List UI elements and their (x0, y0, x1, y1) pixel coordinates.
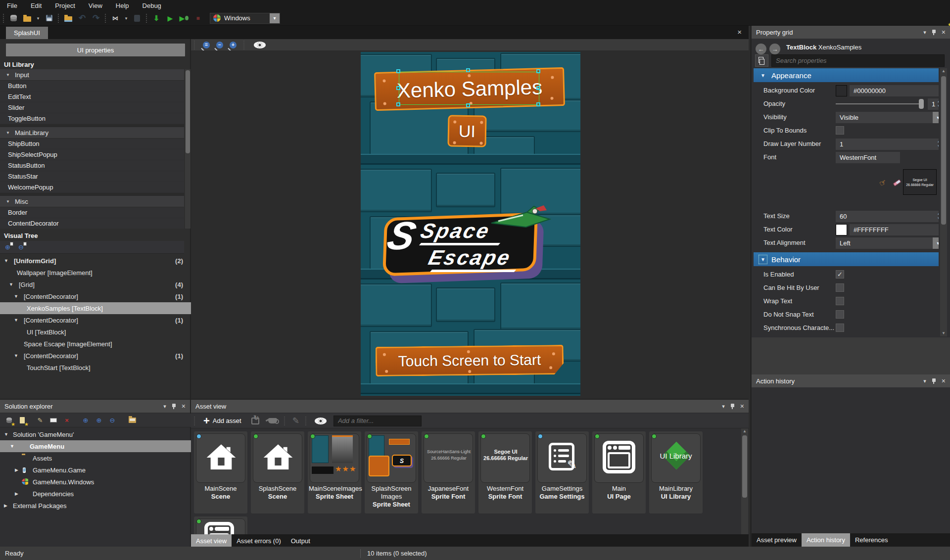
font-field[interactable]: WesternFont (836, 152, 900, 163)
tab-asset-errors[interactable]: Asset errors (0) (232, 534, 286, 548)
platform-select[interactable]: Windows ▾ (210, 13, 280, 24)
library-item[interactable]: StatusStar (0, 171, 184, 182)
panel-menu-icon[interactable]: ▾ (923, 378, 926, 384)
undo-icon[interactable]: ↶ (76, 13, 88, 24)
color-swatch[interactable] (836, 224, 847, 235)
tree-node-ui-textblock[interactable]: UI [TextBlock] (0, 326, 191, 338)
collapse-all-icon[interactable]: ⊖ (108, 416, 117, 425)
connect-device-icon[interactable]: ⋈ (109, 13, 121, 24)
tab-output[interactable]: Output (286, 534, 315, 548)
panel-menu-icon[interactable]: ▾ (923, 29, 926, 36)
library-item[interactable]: Button (0, 81, 184, 92)
pin-icon[interactable] (932, 378, 936, 384)
opacity-slider-thumb[interactable] (919, 99, 924, 109)
zoom-fit-icon[interactable]: = (203, 42, 210, 48)
node-external-packages[interactable]: ▶External Packages (0, 500, 191, 512)
search-properties-input[interactable] (771, 54, 945, 67)
asset-tile-splashscreenimages[interactable]: S SplashScreen ImagesSprite Sheet (365, 431, 418, 513)
library-item[interactable]: StatusButton (0, 160, 184, 171)
tree-node-wallpaper[interactable]: Wallpaper [ImageElement] (0, 267, 191, 279)
new-package-icon[interactable]: ★ (4, 416, 13, 425)
clip-to-bounds-checkbox[interactable] (836, 126, 844, 135)
node-assets[interactable]: Assets (0, 452, 191, 464)
sample-model-icon[interactable] (268, 418, 277, 423)
node-gamemenu-windows[interactable]: GameMenu.Windows (0, 476, 191, 488)
opacity-slider[interactable] (836, 103, 924, 104)
opacity-field[interactable]: 1▲▼ (928, 98, 939, 110)
tab-action-history[interactable]: Action history (802, 533, 850, 547)
close-icon[interactable]: × (942, 28, 946, 36)
asset-tile-splashscene[interactable]: SplashSceneScene (251, 431, 304, 513)
tab-asset-view[interactable]: Asset view (191, 534, 232, 548)
selection-handle[interactable] (536, 86, 540, 90)
text-color-field[interactable]: #FFFFFFFF (850, 224, 939, 235)
nav-back-button[interactable]: ← (756, 44, 766, 54)
open-icon[interactable] (21, 13, 33, 24)
menu-help[interactable]: Help (116, 2, 129, 9)
add-asset-button[interactable]: +Add asset (203, 415, 241, 427)
delete-icon[interactable]: × (62, 416, 71, 425)
expand-tree-icon[interactable]: ⊕ (81, 416, 90, 425)
asset-tile-main-uipage[interactable]: MainUI Page (592, 431, 646, 513)
node-dependencies[interactable]: ▶Dependencies (0, 488, 191, 500)
debug-run-icon[interactable]: ▶ (178, 13, 190, 24)
tab-splashui[interactable]: SplashUI (6, 27, 48, 39)
clear-reference-icon[interactable] (893, 179, 901, 187)
save-icon[interactable] (43, 13, 55, 24)
library-group-misc[interactable]: ▼Misc (0, 196, 184, 207)
asset-tile-partial[interactable] (194, 516, 247, 534)
do-not-snap-checkbox[interactable] (836, 310, 844, 319)
edit-asset-icon[interactable]: ✎ (292, 416, 299, 426)
library-scrollbar[interactable] (185, 69, 190, 229)
menu-file[interactable]: File (7, 2, 17, 9)
visibility-dropdown[interactable]: Visible▾ (836, 112, 939, 123)
collapse-icon[interactable]: ▼ (6, 131, 12, 135)
library-group-mainlibrary[interactable]: ▼MainLibrary (0, 127, 184, 139)
panel-menu-icon[interactable]: ▾ (163, 403, 166, 410)
asset-tile-gamesettings[interactable]: ✎ GameSettingsGame Settings (535, 431, 589, 513)
tree-node-touchstart[interactable]: TouchStart [TextBlock] (0, 362, 191, 373)
expand-all-icon[interactable]: ⊕ (5, 243, 10, 251)
pin-icon[interactable] (932, 29, 936, 35)
play-button[interactable]: ▶ (164, 13, 176, 24)
library-item[interactable]: WelcomePopup (0, 182, 184, 193)
asset-view-scrollbar[interactable]: ▲ (741, 428, 748, 534)
picker-hand-icon[interactable]: ☞ (877, 177, 888, 189)
view-options-eye-icon[interactable] (315, 418, 327, 424)
properties-icon[interactable] (49, 416, 58, 425)
collapse-all-icon[interactable]: ⊖ (18, 243, 24, 251)
property-grid-scrollbar[interactable]: ▲ ▼ (940, 68, 947, 336)
selection-handle[interactable] (536, 102, 540, 106)
build-icon[interactable] (131, 13, 143, 24)
collapse-icon[interactable]: ▼ (6, 199, 12, 204)
asset-tile-japanesefont[interactable]: SourceHanSans-Light26.66666 Regular Japa… (422, 431, 475, 513)
platform-chevron-icon[interactable]: ▾ (270, 13, 280, 23)
close-document-icon[interactable]: × (737, 28, 742, 36)
tab-asset-preview[interactable]: Asset preview (752, 533, 802, 547)
library-group-input[interactable]: ▼Input (0, 69, 184, 81)
close-icon[interactable]: × (182, 402, 186, 410)
selection-handle[interactable] (466, 103, 470, 107)
asset-tile-mainsceneimages[interactable]: ★★★ MainSceneImagesSprite Sheet (308, 431, 361, 513)
panel-menu-icon[interactable]: ▾ (722, 403, 725, 410)
new-project-icon[interactable]: ★ (7, 13, 19, 24)
tree-node-xenkosamples[interactable]: XenkoSamples [TextBlock] (0, 302, 191, 314)
menu-project[interactable]: Project (55, 2, 75, 9)
library-item[interactable]: Slider (0, 102, 184, 113)
tree-node-contentdecorator[interactable]: ▼[ContentDecorator](1) (0, 350, 191, 362)
close-icon[interactable]: × (942, 377, 946, 385)
library-item[interactable]: ShipButton (0, 139, 184, 149)
text-alignment-dropdown[interactable]: Left▾ (836, 237, 939, 249)
menu-debug[interactable]: Debug (142, 2, 161, 9)
wrap-text-checkbox[interactable] (836, 297, 844, 305)
open-chevron-icon[interactable]: ▾ (35, 13, 41, 24)
section-behavior[interactable]: ▼Behavior (754, 252, 939, 266)
background-color-field[interactable]: #00000000 (850, 85, 939, 96)
tree-node-spaceescape[interactable]: Space Escape [ImageElement] (0, 338, 191, 350)
library-item[interactable]: EditText (0, 92, 184, 102)
asset-tile-westernfont[interactable]: Segoe UI26.66666 Regular WesternFontSpri… (478, 431, 532, 513)
selection-handle[interactable] (396, 102, 400, 106)
selection-handle[interactable] (396, 69, 400, 73)
node-solution[interactable]: ▼Solution 'GameMenu' (0, 428, 191, 440)
draw-layer-field[interactable]: 1▲▼ (836, 139, 939, 150)
